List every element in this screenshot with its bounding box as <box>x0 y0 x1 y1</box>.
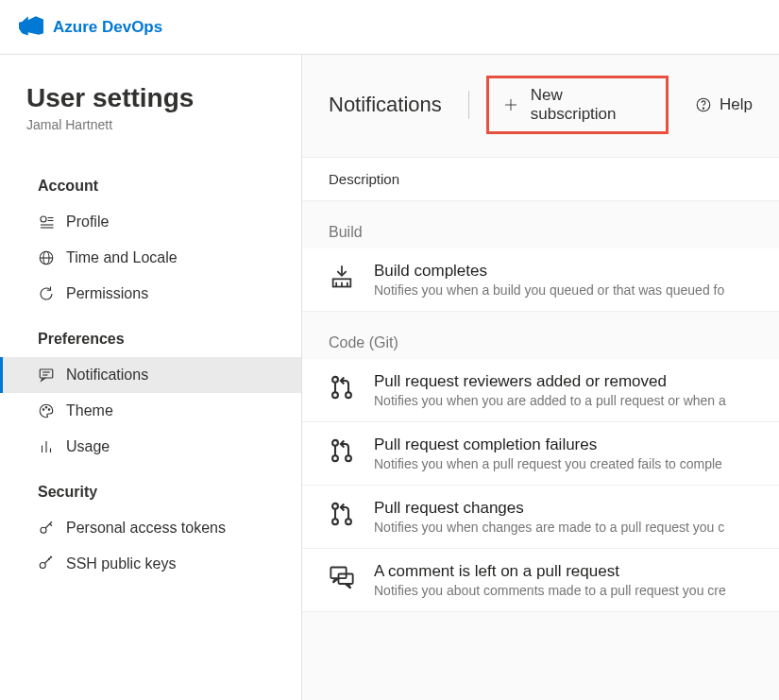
notif-title: A comment is left on a pull request <box>374 562 726 581</box>
nav-label: Time and Locale <box>66 249 178 266</box>
section-head-security: Security <box>0 465 301 510</box>
notif-text: Build completes Notifies you when a buil… <box>374 262 724 298</box>
toolbar-title: Notifications <box>329 93 442 117</box>
svg-point-36 <box>332 519 338 524</box>
new-subscription-button[interactable]: New subscription <box>486 76 669 134</box>
help-label: Help <box>720 95 753 114</box>
sidebar: User settings Jamal Hartnett Account Pro… <box>0 55 302 700</box>
nav-profile[interactable]: Profile <box>0 204 301 240</box>
notif-title: Build completes <box>374 262 724 281</box>
notif-text: Pull request reviewers added or removed … <box>374 372 726 408</box>
svg-point-11 <box>42 409 44 411</box>
notif-title: Pull request completion failures <box>374 435 722 454</box>
nav-time-locale[interactable]: Time and Locale <box>0 240 301 276</box>
svg-point-13 <box>48 409 50 411</box>
notif-title: Pull request reviewers added or removed <box>374 372 726 391</box>
svg-point-17 <box>41 527 46 533</box>
notif-text: Pull request changes Notifies you when c… <box>374 499 724 535</box>
description-header: Description <box>302 157 779 201</box>
palette-icon <box>38 402 55 419</box>
nav-personal-access-tokens[interactable]: Personal access tokens <box>0 510 301 546</box>
main: Notifications New subscription Help Desc… <box>302 55 779 700</box>
nav-usage[interactable]: Usage <box>0 429 301 465</box>
group-label-build: Build <box>302 201 779 248</box>
nav-theme[interactable]: Theme <box>0 393 301 429</box>
page-title: User settings <box>0 83 301 117</box>
svg-point-33 <box>346 455 351 461</box>
notif-row-build-completes[interactable]: Build completes Notifies you when a buil… <box>302 248 779 312</box>
notif-title: Pull request changes <box>374 499 724 518</box>
notif-desc: Notifies you when changes are made to a … <box>374 520 724 535</box>
svg-point-37 <box>346 519 351 524</box>
notif-text: A comment is left on a pull request Noti… <box>374 562 726 598</box>
toolbar: Notifications New subscription Help <box>302 55 779 157</box>
nav-label: Usage <box>66 438 110 455</box>
chat-icon <box>38 367 55 384</box>
bar-chart-icon <box>38 438 55 455</box>
plus-icon <box>502 96 519 113</box>
pull-request-icon <box>329 374 355 401</box>
svg-point-12 <box>45 407 47 409</box>
svg-point-29 <box>346 392 351 398</box>
svg-point-35 <box>332 504 338 509</box>
layout: User settings Jamal Hartnett Account Pro… <box>0 55 779 700</box>
pull-request-icon <box>329 501 355 527</box>
notif-desc: Notifies you about comments made to a pu… <box>374 583 726 598</box>
nav-label: Personal access tokens <box>66 520 226 537</box>
nav-label: SSH public keys <box>66 555 177 572</box>
comment-icon <box>329 564 355 590</box>
help-icon <box>695 96 712 113</box>
build-icon <box>329 264 355 290</box>
svg-point-22 <box>703 108 703 109</box>
nav-ssh-public-keys[interactable]: SSH public keys <box>0 546 301 582</box>
toolbar-separator <box>468 91 469 119</box>
svg-point-31 <box>332 440 338 446</box>
svg-point-27 <box>332 377 338 383</box>
topbar: Azure DevOps <box>0 0 779 55</box>
notif-text: Pull request completion failures Notifie… <box>374 435 722 471</box>
nav-label: Profile <box>66 213 109 230</box>
svg-point-32 <box>332 455 338 461</box>
svg-point-0 <box>41 216 46 222</box>
notif-row-pr-reviewers[interactable]: Pull request reviewers added or removed … <box>302 359 779 422</box>
svg-point-28 <box>332 392 338 398</box>
key-icon <box>38 520 55 537</box>
section-head-preferences: Preferences <box>0 312 301 357</box>
nav-label: Permissions <box>66 285 148 302</box>
nav-label: Notifications <box>66 367 148 384</box>
svg-rect-8 <box>40 369 53 378</box>
notif-row-pr-comment[interactable]: A comment is left on a pull request Noti… <box>302 549 779 612</box>
new-subscription-label: New subscription <box>531 86 652 124</box>
azure-devops-logo-icon <box>19 13 43 41</box>
nav-notifications[interactable]: Notifications <box>0 357 301 393</box>
ssh-key-icon <box>38 555 55 572</box>
globe-icon <box>38 249 55 266</box>
brand-label[interactable]: Azure DevOps <box>53 18 162 37</box>
nav-permissions[interactable]: Permissions <box>0 276 301 312</box>
section-head-account: Account <box>0 159 301 204</box>
notif-desc: Notifies you when a pull request you cre… <box>374 456 722 471</box>
profile-icon <box>38 213 55 230</box>
pull-request-icon <box>329 437 355 464</box>
help-button[interactable]: Help <box>684 88 764 122</box>
user-name: Jamal Hartnett <box>0 117 301 159</box>
refresh-icon <box>38 285 55 302</box>
nav-label: Theme <box>66 402 113 419</box>
svg-point-18 <box>40 563 45 569</box>
notif-row-pr-changes[interactable]: Pull request changes Notifies you when c… <box>302 486 779 549</box>
notif-desc: Notifies you when a build you queued or … <box>374 282 724 298</box>
notif-row-pr-completion-failures[interactable]: Pull request completion failures Notifie… <box>302 422 779 486</box>
notif-desc: Notifies you when you are added to a pul… <box>374 393 726 408</box>
group-label-code: Code (Git) <box>302 312 779 359</box>
